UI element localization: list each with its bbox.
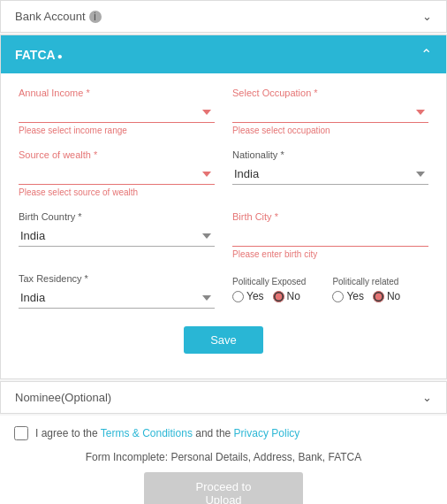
fatca-section: FATCA● ⌃ Annual Income * 0 - 1 Lakh 1 - …	[0, 34, 447, 379]
tax-residency-select[interactable]: India USA UK	[19, 287, 215, 309]
terms-text: I agree to the Terms & Conditions and th…	[35, 427, 299, 439]
politically-related-label: Politically related	[332, 277, 400, 286]
politically-related-group: Politically related Yes No	[332, 277, 400, 302]
source-of-wealth-hint: Please select source of wealth	[19, 187, 215, 197]
politically-exposed-options: Yes No	[232, 290, 306, 302]
annual-income-label: Annual Income *	[19, 88, 215, 98]
bank-account-label: Bank Account	[15, 10, 86, 23]
politically-related-yes-label: Yes	[346, 290, 364, 302]
birth-country-select[interactable]: India USA UK	[19, 225, 215, 247]
politically-related-no[interactable]: No	[373, 290, 400, 302]
save-button[interactable]: Save	[184, 326, 263, 354]
save-button-container: Save	[19, 326, 428, 354]
bank-account-info-icon: i	[89, 11, 102, 23]
privacy-link[interactable]: Privacy Policy	[234, 427, 300, 439]
politically-related-no-label: No	[387, 290, 400, 302]
bank-account-title: Bank Accounti	[15, 10, 102, 23]
fatca-form: Annual Income * 0 - 1 Lakh 1 - 5 Lakh 5 …	[1, 73, 446, 378]
birth-city-input[interactable]	[232, 225, 428, 247]
politically-exposed-yes[interactable]: Yes	[232, 290, 264, 302]
form-row-2: Source of wealth * Salary Business Inves…	[19, 149, 428, 197]
form-row-4: Tax Residency * India USA UK Politically…	[19, 273, 428, 309]
form-row-1: Annual Income * 0 - 1 Lakh 1 - 5 Lakh 5 …	[19, 88, 428, 135]
annual-income-select[interactable]: 0 - 1 Lakh 1 - 5 Lakh 5 - 10 Lakh 10+ La…	[19, 102, 215, 123]
source-of-wealth-label: Source of wealth *	[19, 149, 215, 160]
and-text: and the	[195, 427, 231, 439]
proceed-to-upload-button[interactable]: Proceed to Upload	[144, 472, 303, 504]
select-occupation-hint: Please select occupation	[232, 126, 428, 135]
form-row-3: Birth Country * India USA UK Birth City …	[19, 211, 428, 259]
select-occupation-select[interactable]: Salaried Business Professional	[232, 102, 428, 123]
bottom-section: I agree to the Terms & Conditions and th…	[0, 416, 447, 504]
terms-checkbox[interactable]	[14, 426, 28, 440]
politically-exposed-no-label: No	[287, 290, 300, 302]
terms-row: I agree to the Terms & Conditions and th…	[14, 426, 433, 440]
radio-groups-container: Politically Exposed Yes No	[232, 273, 428, 302]
tax-residency-group: Tax Residency * India USA UK	[19, 273, 215, 309]
nominee-section[interactable]: Nominee(Optional) ⌄	[0, 381, 447, 414]
politically-related-options: Yes No	[332, 290, 400, 302]
source-of-wealth-select[interactable]: Salary Business Investment	[19, 164, 215, 185]
nationality-group: Nationality * India USA UK	[232, 149, 428, 197]
politically-exposed-group: Politically Exposed Yes No	[232, 277, 306, 302]
terms-text-before: I agree to the	[35, 427, 98, 439]
bank-account-section[interactable]: Bank Accounti ⌄	[0, 0, 447, 33]
politically-exposed-yes-label: Yes	[246, 290, 264, 302]
politically-related-yes[interactable]: Yes	[332, 290, 364, 302]
nominee-chevron-icon: ⌄	[422, 391, 432, 404]
tax-residency-label: Tax Residency *	[19, 273, 215, 284]
fatca-title: FATCA●	[15, 48, 63, 62]
politically-exposed-no[interactable]: No	[273, 290, 300, 302]
radio-section: Politically Exposed Yes No	[232, 277, 428, 302]
fatca-info-icon: ●	[57, 51, 63, 61]
terms-link[interactable]: Terms & Conditions	[101, 427, 195, 439]
birth-city-hint: Please enter birth city	[232, 249, 428, 259]
nationality-label: Nationality *	[232, 149, 428, 160]
incomplete-message: Form Incomplete: Personal Details, Addre…	[14, 451, 433, 463]
birth-city-group: Birth City * Please enter birth city	[232, 211, 428, 259]
select-occupation-group: Select Occupation * Salaried Business Pr…	[232, 88, 428, 135]
birth-country-group: Birth Country * India USA UK	[19, 211, 215, 259]
annual-income-hint: Please select income range	[19, 126, 215, 135]
source-of-wealth-group: Source of wealth * Salary Business Inves…	[19, 149, 215, 197]
select-occupation-label: Select Occupation *	[232, 88, 428, 98]
nominee-title: Nominee(Optional)	[15, 391, 111, 404]
nationality-select[interactable]: India USA UK	[232, 164, 428, 185]
fatca-header[interactable]: FATCA● ⌃	[1, 35, 446, 73]
politically-exposed-label: Politically Exposed	[232, 277, 306, 286]
annual-income-group: Annual Income * 0 - 1 Lakh 1 - 5 Lakh 5 …	[19, 88, 215, 135]
birth-city-label: Birth City *	[232, 211, 428, 222]
fatca-chevron-icon: ⌃	[420, 46, 432, 63]
bank-account-chevron-icon: ⌄	[422, 10, 432, 23]
birth-country-label: Birth Country *	[19, 211, 215, 222]
